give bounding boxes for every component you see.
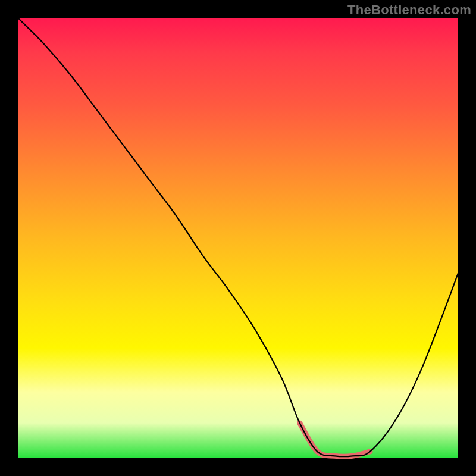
bottleneck-curve xyxy=(18,18,458,456)
attribution-label: TheBottleneck.com xyxy=(347,2,471,18)
plot-area xyxy=(18,18,458,458)
valley-highlight xyxy=(300,423,370,456)
chart-frame: TheBottleneck.com xyxy=(0,0,476,476)
curve-layer xyxy=(18,18,458,458)
